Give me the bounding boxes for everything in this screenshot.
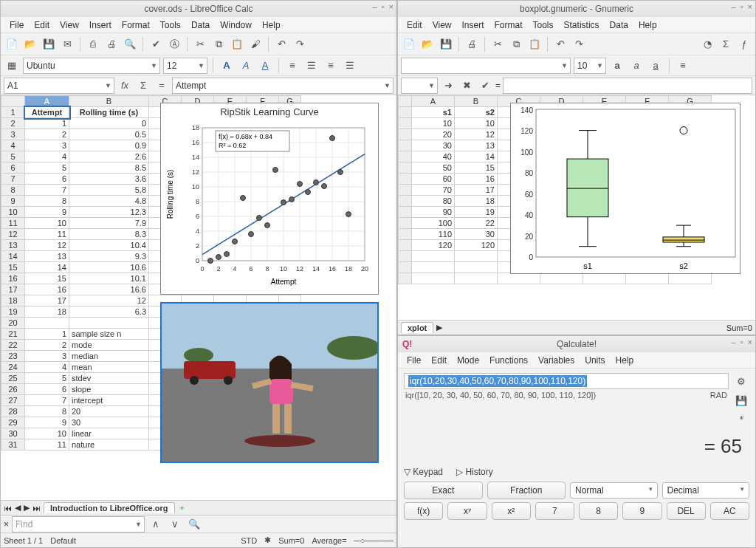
pdf-icon[interactable]: ⎙ xyxy=(85,36,101,52)
open-icon[interactable]: 📂 xyxy=(419,36,436,52)
menu-tools[interactable]: Tools xyxy=(529,18,558,32)
font-name-combo[interactable]: Ubuntu▼ xyxy=(23,58,160,74)
save-icon[interactable]: 💾 xyxy=(41,36,57,52)
notation-select[interactable]: Normal xyxy=(570,482,658,499)
undo-icon[interactable]: ↶ xyxy=(273,36,289,52)
digit-7-button[interactable]: 7 xyxy=(535,502,574,520)
chart-icon[interactable]: ◔ xyxy=(699,36,715,52)
digit-9-button[interactable]: 9 xyxy=(622,502,662,520)
paste-icon[interactable]: 📋 xyxy=(229,36,245,52)
menu-functions[interactable]: Functions xyxy=(485,354,532,367)
menu-window[interactable]: Window xyxy=(216,18,256,32)
preview-icon[interactable]: 🔍 xyxy=(122,36,138,52)
scatter-chart[interactable]: RipStik Learning Curve xyxy=(160,103,379,295)
maximize-icon[interactable]: ▫ xyxy=(740,338,743,346)
paste-icon[interactable]: 📋 xyxy=(526,36,543,52)
new-icon[interactable]: 📄 xyxy=(401,36,417,52)
align-center-icon[interactable]: ☰ xyxy=(303,58,320,74)
close-icon[interactable]: × xyxy=(389,2,394,11)
find-prev-icon[interactable]: ∧ xyxy=(148,516,164,532)
bold-icon[interactable]: A xyxy=(219,58,235,74)
menu-data[interactable]: Data xyxy=(605,18,633,32)
italic-icon[interactable]: A xyxy=(238,58,254,74)
tab-first-icon[interactable]: ⏮ xyxy=(4,504,12,513)
menu-insert[interactable]: Insert xyxy=(85,18,116,32)
gnu-fontsize-combo[interactable]: 10▼ xyxy=(574,58,606,74)
align-justify-icon[interactable]: ☰ xyxy=(342,58,358,74)
gnu-font-combo[interactable]: ▼ xyxy=(401,58,571,74)
xy-button[interactable]: xʸ xyxy=(447,502,487,520)
zoom-slider[interactable]: ─○───── xyxy=(354,536,394,545)
align-right-icon[interactable]: ≡ xyxy=(323,58,339,74)
tab-prev-icon[interactable]: ◀ xyxy=(15,503,21,513)
fx-button[interactable]: f(x) xyxy=(404,502,443,520)
find-input[interactable]: Find▼ xyxy=(12,516,145,532)
cut-icon[interactable]: ✂ xyxy=(192,36,208,52)
undo-icon[interactable]: ↶ xyxy=(552,36,568,52)
exact-button[interactable]: Exact xyxy=(404,482,483,499)
qalc-execute-icon[interactable]: ⚙ xyxy=(733,373,749,389)
menu-format[interactable]: Format xyxy=(117,18,154,32)
menu-edit[interactable]: Edit xyxy=(402,18,427,32)
paintbrush-icon[interactable]: 🖌 xyxy=(247,36,264,52)
menu-variables[interactable]: Variables xyxy=(534,354,579,367)
menu-help[interactable]: Help xyxy=(258,18,285,32)
bold-icon[interactable]: a xyxy=(609,58,625,74)
tab-last-icon[interactable]: ⏭ xyxy=(32,504,41,513)
menu-insert[interactable]: Insert xyxy=(457,18,488,32)
goto-icon[interactable]: ➜ xyxy=(440,78,456,94)
calc-sheet[interactable]: ABCDEFG1AttemptRolling time (s)210320.54… xyxy=(1,95,396,500)
cell-ref-box[interactable]: A1▼ xyxy=(4,78,114,94)
qalc-input[interactable]: iqr(10,20,30,40,50,60,70,80,90,100,110,1… xyxy=(404,373,729,389)
minimize-icon[interactable]: – xyxy=(373,2,377,11)
redo-icon[interactable]: ↷ xyxy=(571,36,587,52)
qalc-store-icon[interactable]: 💾 xyxy=(733,392,749,408)
menu-tools[interactable]: Tools xyxy=(156,18,185,32)
copy-icon[interactable]: ⧉ xyxy=(508,36,524,52)
boxplot-chart[interactable]: 02040 6080100 120140 xyxy=(510,103,740,274)
cancel-icon[interactable]: ✖ xyxy=(458,78,475,94)
redo-icon[interactable]: ↷ xyxy=(292,36,308,52)
digit-8-button[interactable]: 8 xyxy=(579,502,618,520)
close-icon[interactable]: × xyxy=(748,338,752,346)
maximize-icon[interactable]: ▫ xyxy=(740,2,743,11)
underline-icon[interactable]: a xyxy=(647,58,664,74)
menu-format[interactable]: Format xyxy=(490,18,527,32)
tab-next-icon[interactable]: ▶ xyxy=(24,503,30,513)
formula-input[interactable]: Attempt▼ xyxy=(172,78,394,94)
menu-edit[interactable]: Edit xyxy=(427,354,451,367)
gnu-cellref[interactable]: ▼ xyxy=(401,78,438,94)
close-icon[interactable]: × xyxy=(748,2,752,11)
maximize-icon[interactable]: ▫ xyxy=(382,2,385,11)
copy-icon[interactable]: ⧉ xyxy=(210,36,227,52)
find-next-icon[interactable]: ∨ xyxy=(167,516,183,532)
keypad-toggle[interactable]: ▽ Keypad xyxy=(404,467,443,477)
menu-data[interactable]: Data xyxy=(187,18,214,32)
equals-icon[interactable]: = xyxy=(154,78,170,94)
minimize-icon[interactable]: – xyxy=(732,338,736,346)
close-findbar-icon[interactable]: × xyxy=(4,519,9,530)
print-icon[interactable]: 🖨 xyxy=(464,36,480,52)
gnumeric-sheet[interactable]: ABCDEFGs1s210102012301340145015601670178… xyxy=(398,95,755,320)
gnu-sheet-tab[interactable]: xplot xyxy=(401,322,433,333)
menu-file[interactable]: File xyxy=(5,18,28,32)
minimize-icon[interactable]: – xyxy=(732,2,736,11)
new-icon[interactable]: 📄 xyxy=(4,36,20,52)
fx-icon[interactable]: ƒ xyxy=(736,36,752,52)
embedded-image[interactable] xyxy=(160,302,379,463)
sum-icon[interactable]: Σ xyxy=(135,78,151,94)
add-sheet-icon[interactable]: ＋ xyxy=(178,502,186,513)
autospell-icon[interactable]: Ⓐ xyxy=(166,36,182,52)
email-icon[interactable]: ✉ xyxy=(59,36,75,52)
accept-icon[interactable]: ✔ xyxy=(477,78,493,94)
align-left-icon[interactable]: ≡ xyxy=(675,58,691,74)
find-options-icon[interactable]: 🔍 xyxy=(186,516,202,532)
italic-icon[interactable]: a xyxy=(628,58,645,74)
fraction-button[interactable]: Fraction xyxy=(487,482,566,499)
underline-icon[interactable]: A xyxy=(257,58,273,74)
open-icon[interactable]: 📂 xyxy=(22,36,38,52)
menu-edit[interactable]: Edit xyxy=(30,18,54,32)
tab-next-icon[interactable]: ▶ xyxy=(436,323,442,332)
font-size-combo[interactable]: 12▼ xyxy=(163,58,207,74)
ac-button[interactable]: AC xyxy=(710,502,749,520)
